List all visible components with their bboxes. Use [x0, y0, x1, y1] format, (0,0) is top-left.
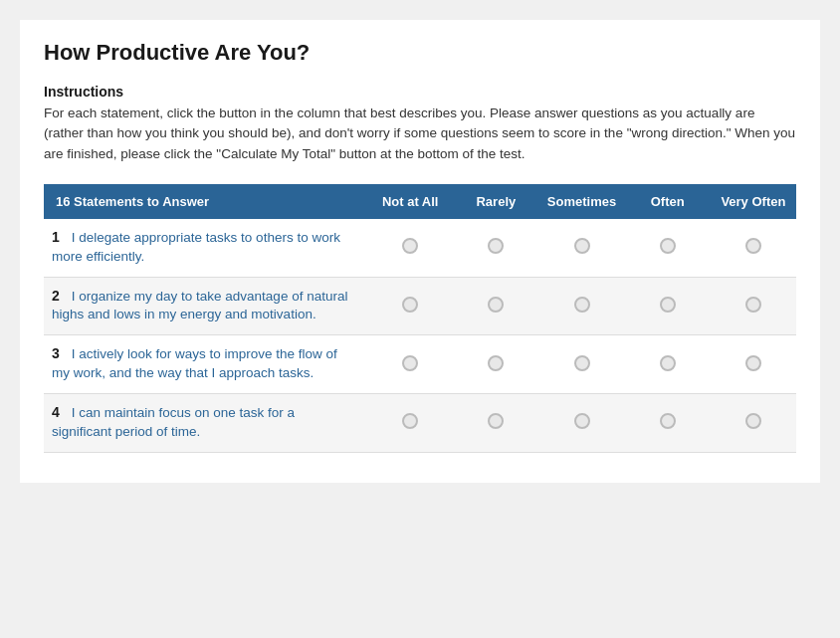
- radio-cell-sometimes: [538, 335, 624, 394]
- radio-button-often[interactable]: [660, 413, 676, 429]
- quiz-table: 16 Statements to Answer Not at All Rarel…: [44, 184, 796, 453]
- page-container: How Productive Are You? Instructions For…: [20, 20, 820, 483]
- radio-button-very-often[interactable]: [745, 355, 761, 371]
- col-header-not-at-all: Not at All: [367, 184, 453, 219]
- col-header-statement: 16 Statements to Answer: [44, 184, 367, 219]
- instructions-heading: Instructions: [44, 84, 796, 100]
- radio-cell-not-at-all: [367, 394, 453, 453]
- radio-cell-often: [625, 277, 711, 335]
- statement-cell: 4 I can maintain focus on one task for a…: [44, 394, 367, 453]
- radio-button-very-often[interactable]: [745, 238, 761, 254]
- col-header-rarely: Rarely: [453, 184, 538, 219]
- radio-button-rarely[interactable]: [488, 297, 504, 313]
- radio-button-sometimes[interactable]: [574, 413, 590, 429]
- radio-button-not-at-all[interactable]: [402, 238, 418, 254]
- radio-button-rarely[interactable]: [488, 413, 504, 429]
- statement-text: I delegate appropriate tasks to others t…: [52, 230, 340, 264]
- radio-cell-rarely: [453, 219, 538, 277]
- col-header-very-often: Very Often: [711, 184, 796, 219]
- radio-button-often[interactable]: [660, 297, 676, 313]
- radio-cell-often: [625, 335, 711, 394]
- statement-text: I actively look for ways to improve the …: [52, 346, 337, 380]
- radio-cell-often: [625, 394, 711, 453]
- radio-cell-very-often: [711, 277, 796, 335]
- radio-cell-sometimes: [538, 394, 624, 453]
- statement-cell: 3 I actively look for ways to improve th…: [44, 335, 367, 394]
- table-row: 1 I delegate appropriate tasks to others…: [44, 219, 796, 277]
- radio-button-rarely[interactable]: [488, 238, 504, 254]
- statement-cell: 2 I organize my day to take advantage of…: [44, 277, 367, 335]
- col-header-often: Often: [625, 184, 711, 219]
- radio-button-not-at-all[interactable]: [402, 297, 418, 313]
- table-row: 3 I actively look for ways to improve th…: [44, 335, 796, 394]
- instructions-text: For each statement, click the button in …: [44, 104, 796, 164]
- radio-cell-sometimes: [538, 277, 624, 335]
- page-title: How Productive Are You?: [44, 40, 796, 66]
- col-header-sometimes: Sometimes: [538, 184, 624, 219]
- table-row: 4 I can maintain focus on one task for a…: [44, 394, 796, 453]
- radio-button-often[interactable]: [660, 238, 676, 254]
- row-number: 3: [52, 345, 68, 361]
- statement-cell: 1 I delegate appropriate tasks to others…: [44, 219, 367, 277]
- radio-cell-rarely: [453, 335, 538, 394]
- radio-cell-not-at-all: [367, 277, 453, 335]
- radio-cell-not-at-all: [367, 219, 453, 277]
- radio-cell-not-at-all: [367, 335, 453, 394]
- radio-button-very-often[interactable]: [745, 297, 761, 313]
- radio-button-sometimes[interactable]: [574, 355, 590, 371]
- radio-button-very-often[interactable]: [745, 413, 761, 429]
- row-number: 1: [52, 229, 68, 245]
- radio-cell-often: [625, 219, 711, 277]
- radio-button-often[interactable]: [660, 355, 676, 371]
- radio-button-not-at-all[interactable]: [402, 355, 418, 371]
- table-header-row: 16 Statements to Answer Not at All Rarel…: [44, 184, 796, 219]
- radio-button-sometimes[interactable]: [574, 238, 590, 254]
- statement-text: I can maintain focus on one task for a s…: [52, 405, 295, 439]
- radio-cell-very-often: [711, 335, 796, 394]
- radio-button-not-at-all[interactable]: [402, 413, 418, 429]
- radio-cell-very-often: [711, 219, 796, 277]
- statement-text: I organize my day to take advantage of n…: [52, 289, 347, 322]
- radio-button-sometimes[interactable]: [574, 297, 590, 313]
- table-row: 2 I organize my day to take advantage of…: [44, 277, 796, 335]
- radio-cell-rarely: [453, 394, 538, 453]
- radio-cell-very-often: [711, 394, 796, 453]
- radio-button-rarely[interactable]: [488, 355, 504, 371]
- row-number: 4: [52, 404, 68, 420]
- row-number: 2: [52, 288, 68, 304]
- radio-cell-sometimes: [538, 219, 624, 277]
- radio-cell-rarely: [453, 277, 538, 335]
